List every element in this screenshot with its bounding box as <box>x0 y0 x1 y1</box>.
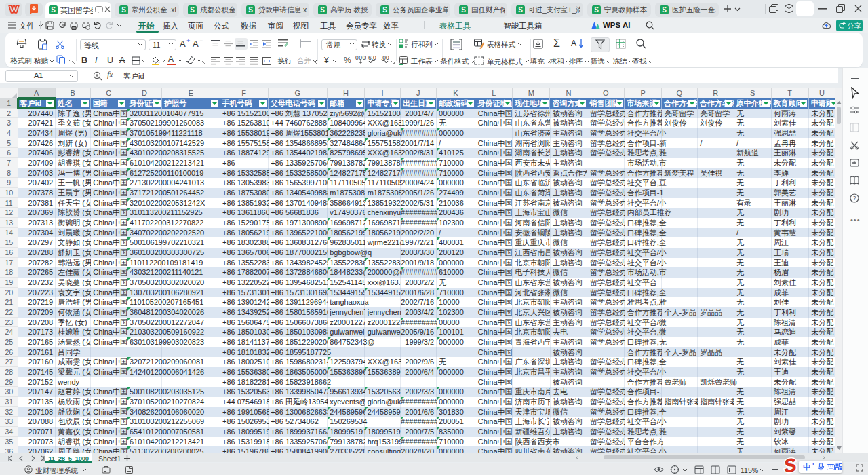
svg-text:?: ? <box>853 195 856 202</box>
svg-text:S: S <box>248 6 253 14</box>
svg-text:S: S <box>320 6 325 14</box>
svg-text:S: S <box>461 6 466 14</box>
svg-text:S: S <box>51 6 56 14</box>
svg-text:S: S <box>121 6 126 14</box>
svg-text:S: S <box>594 6 599 14</box>
svg-text:S: S <box>518 6 523 14</box>
svg-text:S: S <box>382 6 387 14</box>
svg-text:S: S <box>190 6 195 14</box>
svg-text:S: S <box>783 455 798 475</box>
svg-text:S: S <box>662 6 667 14</box>
